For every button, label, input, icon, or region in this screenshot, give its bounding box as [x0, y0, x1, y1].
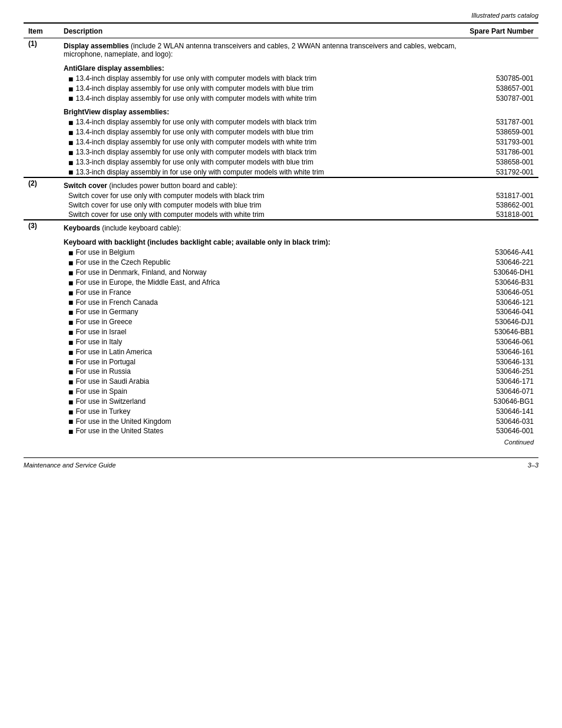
part-description: ■13.4-inch display assembly for use only… [59, 74, 462, 84]
table-row: ■13.4-inch display assembly for use only… [24, 127, 538, 137]
part-description: ■For use in Portugal [59, 357, 462, 367]
spare-part-number: 530646-001 [462, 426, 538, 436]
spare-part-number: 531786-001 [462, 147, 538, 157]
section-description: Switch cover (includes power button boar… [59, 178, 462, 191]
table-row: ■13.4-inch display assembly for use only… [24, 94, 538, 104]
part-description: Switch cover for use only with computer … [59, 210, 462, 220]
table-row: ■For use in Europe, the Middle East, and… [24, 278, 538, 288]
part-description: ■For use in Europe, the Middle East, and… [59, 278, 462, 288]
bullet-icon: ■ [68, 139, 73, 147]
section-intro-row: (1)Display assemblies (include 2 WLAN an… [24, 38, 538, 60]
continued-label: Continued [24, 436, 538, 446]
part-description: ■13.3-inch display assembly for use only… [59, 157, 462, 167]
part-description: ■13.3-inch display assembly for use only… [59, 147, 462, 157]
table-row: ■For use in Russia530646-251 [24, 367, 538, 377]
part-description: ■For use in Turkey [59, 407, 462, 417]
spare-part-number: 531818-001 [462, 210, 538, 220]
subheader-label: BrightView display assemblies: [59, 103, 462, 117]
table-row: Switch cover for use only with computer … [24, 200, 538, 210]
spare-part-number: 530646-041 [462, 307, 538, 317]
table-row: ■For use in the Czech Republic530646-221 [24, 258, 538, 268]
item-number: (1) [24, 38, 59, 60]
subheader-row: BrightView display assemblies: [24, 103, 538, 117]
bullet-icon: ■ [68, 348, 73, 357]
bullet-icon: ■ [68, 249, 73, 257]
bullet-icon: ■ [68, 129, 73, 137]
section-description: Keyboards (include keyboard cable): [59, 220, 462, 233]
bullet-icon: ■ [68, 338, 73, 347]
spare-part-cell [462, 220, 538, 233]
parts-table: Item Description Spare Part Number (1)Di… [24, 24, 538, 436]
part-description: ■For use in Belgium [59, 248, 462, 258]
page-header: Illustrated parts catalog [24, 12, 538, 24]
table-row: ■For use in French Canada530646-121 [24, 298, 538, 308]
part-description: ■For use in Greece [59, 317, 462, 327]
spare-part-number: 530646-A41 [462, 248, 538, 258]
bullet-icon: ■ [68, 94, 73, 103]
bullet-icon: ■ [68, 289, 73, 297]
spare-part-number: 530646-071 [462, 387, 538, 397]
bullet-icon: ■ [68, 279, 73, 287]
spare-part-cell [462, 38, 538, 60]
table-row: ■13.3-inch display assembly in for use o… [24, 167, 538, 178]
bullet-icon: ■ [68, 308, 73, 317]
part-description: ■For use in Italy [59, 337, 462, 347]
bullet-icon: ■ [68, 328, 73, 337]
part-description: ■For use in Germany [59, 307, 462, 317]
spare-part-number: 530646-131 [462, 357, 538, 367]
bullet-icon: ■ [68, 259, 73, 267]
part-description: ■For use in the Czech Republic [59, 258, 462, 268]
table-row: ■For use in the United States530646-001 [24, 426, 538, 436]
part-description: ■For use in Denmark, Finland, and Norway [59, 268, 462, 278]
part-description: ■13.4-inch display assembly for use only… [59, 94, 462, 104]
table-row: Switch cover for use only with computer … [24, 210, 538, 220]
spare-part-number: 531787-001 [462, 117, 538, 127]
page-footer: Maintenance and Service Guide 3–3 [24, 457, 538, 469]
part-description: ■13.3-inch display assembly in for use o… [59, 167, 462, 178]
spare-part-number: 530646-221 [462, 258, 538, 268]
item-number: (2) [24, 178, 59, 191]
table-row: ■For use in France530646-051 [24, 288, 538, 298]
part-description: ■13.4-inch display assembly for use only… [59, 84, 462, 94]
table-row: ■For use in Belgium530646-A41 [24, 248, 538, 258]
spare-part-number: 530646-061 [462, 337, 538, 347]
bullet-icon: ■ [68, 269, 73, 277]
spare-part-number: 538659-001 [462, 127, 538, 137]
spare-part-number: 531817-001 [462, 191, 538, 200]
subheader-row: Keyboard with backlight (includes backli… [24, 233, 538, 248]
spare-part-number: 538662-001 [462, 200, 538, 210]
table-row: ■For use in the United Kingdom530646-031 [24, 417, 538, 427]
table-row: ■For use in Switzerland530646-BG1 [24, 397, 538, 407]
spare-part-number: 530646-BB1 [462, 327, 538, 337]
bullet-icon: ■ [68, 388, 73, 396]
part-description: ■For use in Spain [59, 387, 462, 397]
spare-part-number: 530785-001 [462, 74, 538, 84]
spare-part-number: 538658-001 [462, 157, 538, 167]
spare-part-number: 530646-161 [462, 347, 538, 357]
section-description: Display assemblies (include 2 WLAN anten… [59, 38, 462, 60]
table-row: ■For use in Greece530646-DJ1 [24, 317, 538, 327]
subheader-label: Keyboard with backlight (includes backli… [59, 233, 462, 248]
spare-part-number: 531792-001 [462, 167, 538, 178]
part-description: ■13.4-inch display assembly for use only… [59, 117, 462, 127]
bullet-icon: ■ [68, 159, 73, 167]
subheader-row: AntiGlare display assemblies: [24, 60, 538, 74]
bullet-icon: ■ [68, 417, 73, 426]
table-row: ■13.4-inch display assembly for use only… [24, 137, 538, 147]
spare-part-number: 530646-DH1 [462, 268, 538, 278]
bullet-icon: ■ [68, 75, 73, 83]
col-header-spare-part: Spare Part Number [462, 24, 538, 38]
spare-part-number: 530646-251 [462, 367, 538, 377]
part-description: ■For use in Israel [59, 327, 462, 337]
table-row: ■For use in Israel530646-BB1 [24, 327, 538, 337]
bullet-icon: ■ [68, 358, 73, 366]
spare-part-cell [462, 178, 538, 191]
table-row: ■13.3-inch display assembly for use only… [24, 157, 538, 167]
bullet-icon: ■ [68, 168, 73, 176]
spare-part-number: 530646-B31 [462, 278, 538, 288]
spare-part-number: 530646-031 [462, 417, 538, 427]
bullet-icon: ■ [68, 118, 73, 127]
table-row: ■For use in Denmark, Finland, and Norway… [24, 268, 538, 278]
subheader-label: AntiGlare display assemblies: [59, 60, 462, 74]
spare-part-number: 530646-171 [462, 377, 538, 387]
